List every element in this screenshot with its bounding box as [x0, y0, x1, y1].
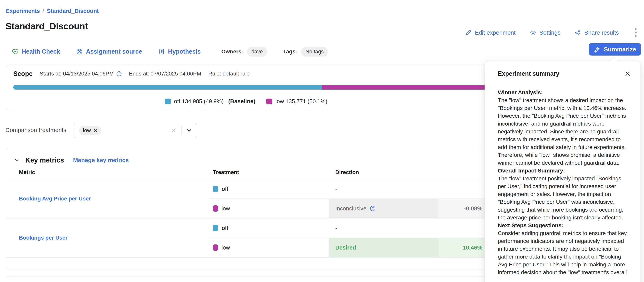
off-swatch — [213, 186, 218, 192]
select-divider — [182, 126, 182, 135]
legend-low-label: low 135,771 (50.1%) — [275, 98, 327, 105]
breadcrumb-current-link[interactable]: Standard_Discount — [47, 8, 99, 14]
comparison-treatments-select[interactable]: low — [74, 123, 197, 138]
summary-panel-title: Experiment summary — [498, 70, 559, 77]
summarize-button[interactable]: Summarize — [589, 43, 641, 56]
summary-section-heading: Winner Analysis: — [498, 88, 628, 96]
assignment-source-link[interactable]: Assignment source — [76, 48, 142, 55]
metric-link-booking-avg-price[interactable]: Booking Avg Price per User — [19, 196, 91, 202]
collapse-chevron-icon[interactable] — [14, 157, 20, 163]
treatment-name: off — [222, 186, 229, 192]
settings-button[interactable]: Settings — [530, 29, 560, 36]
heart-check-icon — [12, 48, 19, 55]
comparison-treatments-label: Comparison treatments — [6, 127, 66, 133]
assignment-source-label: Assignment source — [86, 48, 142, 55]
summary-section-body: The "low" treatment positively impacted … — [498, 175, 628, 221]
metric-link-bookings-per-user[interactable]: Bookings per User — [19, 235, 68, 241]
tags-label: Tags: — [283, 49, 298, 55]
allocation-legend: off 134,985 (49.9%) (Baseline) low 135,7… — [6, 98, 486, 105]
breadcrumb-separator: / — [42, 8, 44, 14]
treatment-chip-label: low — [83, 127, 91, 133]
legend-item-low: low 135,771 (50.1%) — [266, 98, 327, 105]
edit-experiment-button[interactable]: Edit experiment — [465, 29, 516, 36]
share-icon — [574, 29, 581, 36]
close-icon[interactable] — [624, 70, 632, 78]
experiment-summary-panel: Experiment summary Winner Analysis: The … — [484, 61, 641, 282]
manage-key-metrics-link[interactable]: Manage key metrics — [73, 157, 128, 164]
off-swatch — [165, 99, 171, 104]
more-options-button[interactable] — [633, 27, 638, 38]
allocation-segment-off — [13, 85, 322, 90]
column-header-direction: Direction — [329, 169, 438, 175]
pencil-icon — [465, 29, 472, 36]
tags-pill[interactable]: No tags — [301, 47, 328, 57]
scope-starts: Starts at: 04/13/2025 04:06PM — [40, 71, 122, 77]
page-title: Standard_Discount — [6, 21, 88, 32]
treatment-name: low — [222, 244, 230, 251]
legend-off-label: off 134,985 (49.9%) — [174, 98, 224, 105]
treatment-chip-low[interactable]: low — [79, 126, 102, 135]
treatment-name: low — [222, 205, 230, 212]
summary-section-heading: Overall Impact Summary: — [498, 167, 628, 175]
scope-rule: Rule: default rule — [208, 71, 250, 77]
info-icon[interactable] — [116, 71, 122, 77]
column-header-treatment: Treatment — [210, 169, 329, 175]
breadcrumb-experiments-link[interactable]: Experiments — [6, 8, 40, 14]
column-header-metric: Metric — [6, 169, 210, 175]
direction-value: Inconclusive — [335, 205, 366, 212]
owners-group: Owners: dave — [221, 47, 267, 57]
health-check-link[interactable]: Health Check — [12, 48, 60, 55]
health-check-label: Health Check — [22, 48, 60, 55]
treatment-name: off — [222, 225, 229, 231]
direction-value: - — [329, 179, 438, 199]
share-results-label: Share results — [584, 29, 619, 36]
summary-section-body: The "low" treatment shows a desired impa… — [498, 96, 628, 167]
experiment-page: Experiments / Standard_Discount Standard… — [0, 0, 644, 282]
document-icon — [158, 48, 165, 55]
edit-experiment-label: Edit experiment — [475, 29, 516, 36]
gear-icon — [530, 29, 536, 36]
help-icon[interactable] — [370, 205, 376, 212]
settings-label: Settings — [540, 29, 560, 36]
breadcrumb: Experiments / Standard_Discount — [6, 8, 99, 14]
target-icon — [76, 48, 83, 55]
hypothesis-label: Hypothesis — [168, 48, 200, 55]
owner-pill[interactable]: dave — [247, 47, 267, 57]
low-swatch — [213, 244, 218, 251]
legend-baseline-label: (Baseline) — [228, 98, 256, 105]
summary-section-body: Consider adding guardrail metrics to ens… — [498, 229, 628, 276]
meta-row: Health Check Assignment source Hypothesi… — [12, 45, 328, 58]
clear-selection-icon[interactable] — [171, 127, 177, 133]
share-results-button[interactable]: Share results — [574, 29, 619, 36]
chevron-down-icon[interactable] — [186, 127, 192, 134]
direction-value: Desired — [335, 244, 356, 251]
chip-remove-icon[interactable] — [93, 128, 98, 132]
tags-group: Tags: No tags — [283, 47, 328, 57]
direction-cell-inconclusive: Inconclusive — [329, 199, 438, 218]
summarize-label: Summarize — [604, 46, 636, 53]
hypothesis-link[interactable]: Hypothesis — [158, 48, 200, 55]
owners-label: Owners: — [221, 49, 243, 55]
sparkle-icon — [594, 46, 601, 53]
key-metrics-title: Key metrics — [25, 156, 64, 164]
direction-value: - — [329, 218, 438, 238]
summary-panel-body: Winner Analysis: The "low" treatment sho… — [485, 83, 640, 276]
off-swatch — [213, 225, 218, 231]
summary-section-heading: Next Steps Suggestions: — [498, 221, 628, 229]
direction-cell-desired: Desired — [329, 238, 438, 257]
low-swatch — [213, 205, 218, 212]
scope-title: Scope — [13, 70, 32, 77]
header-actions: Edit experiment Settings Share results — [465, 27, 638, 38]
legend-item-off: off 134,985 (49.9%) (Baseline) — [165, 98, 256, 105]
low-swatch — [266, 99, 272, 104]
scope-ends: Ends at: 07/07/2025 04:06PM — [129, 71, 202, 77]
